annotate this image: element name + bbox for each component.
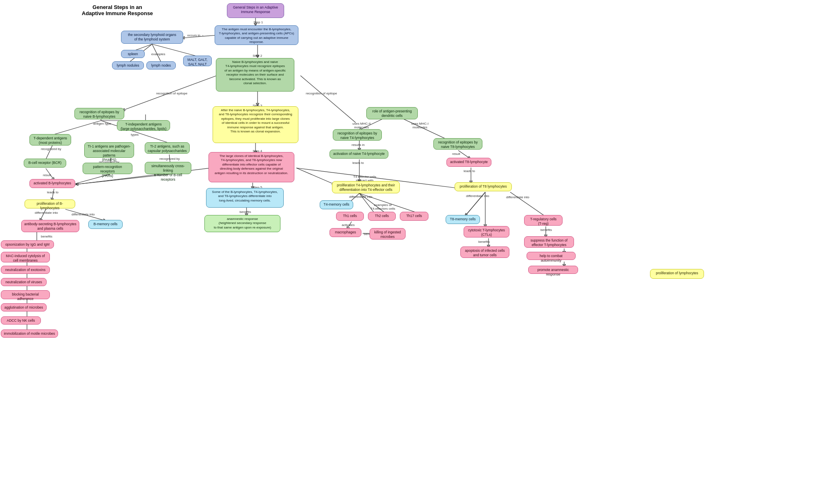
- apoptosis-text: apoptosis of infected cellsand tumor cel…: [465, 249, 504, 257]
- immobilization-text: immobilization of motile microbes: [4, 332, 55, 336]
- prolif-lymphocytes-text: proliferation of lymphocytes: [656, 271, 698, 275]
- prr-node: pattern-recognition receptors(PRRs): [83, 163, 132, 174]
- prolif-t4-text: proliferation T4-lymphocytes and theirdi…: [337, 183, 395, 192]
- adcc-text: ADCC by NK cells: [7, 318, 35, 323]
- diff-into-b-label: differentiate into: [35, 211, 58, 215]
- recog-by-cross-label: recognized by: [159, 157, 180, 161]
- antibody-secreting-node: antibody-secreting B-lymphocytesand plas…: [21, 220, 79, 232]
- lymph-nodules-node: lymph nodules: [112, 61, 144, 69]
- page-title: General Steps in anAdaptive Immune Respo…: [82, 4, 153, 16]
- diff-into-t8-label: differentiate into: [466, 194, 489, 198]
- clonal-expansion-text: After the naive B-lymphocytes, T4-lympho…: [219, 108, 292, 133]
- secondary-lymphoid-text: the secondary lymphoid organsof the lymp…: [128, 33, 176, 41]
- opsonization-text: opsonization by IgG and IgM: [5, 242, 49, 246]
- th1-text: Th1 cells: [343, 214, 357, 218]
- prolif-t8-node: proliferation of T8 lymphocytes: [455, 182, 512, 191]
- activated-t8-node: activated T8-lymphocyte: [446, 158, 491, 167]
- ti2-node: TI-2 antigens, such ascapsular polysacch…: [145, 142, 190, 154]
- mac-lysis-node: MAC-induced cytolysis ofcell membranes: [1, 252, 50, 262]
- bcr-text: B-cell receptor (BCR): [29, 161, 62, 165]
- malt-text: MALT, GALT,SALT, NALT: [188, 58, 208, 66]
- macrophages-text: macrophages: [335, 230, 356, 234]
- result-t8-label: result: [452, 152, 460, 156]
- killing-microbes-text: killing of ingestedmicrobes: [374, 230, 401, 239]
- killing-microbes-node: killing of ingestedmicrobes: [370, 228, 406, 240]
- effector-diff-text: The large clones of identical B-lymphocy…: [215, 154, 288, 175]
- t4-memory-text: T4-memory cells: [324, 202, 350, 206]
- macrophages-node: macrophages: [330, 228, 361, 237]
- role-apdc-node: role of antigen-presentingdendritic cell…: [366, 107, 418, 119]
- th1-node: Th1 cells: [336, 212, 364, 221]
- prolif-t8-text: proliferation of T8 lymphocytes: [460, 184, 507, 188]
- benefits-ab-label: benefits: [41, 235, 52, 238]
- t-dependent-node: T-dependent antigens(most proteins): [29, 134, 71, 146]
- leads-to-t4-label: leads to: [352, 161, 364, 165]
- diff-into-b2-label: differentiate into: [72, 213, 95, 216]
- cross-linking-text: simultaneously cross-linkinga number of …: [151, 164, 185, 181]
- prolif-lymphocytes-node: proliferation of lymphocytes: [650, 269, 704, 279]
- naive-recognition-text: Naive B-lymphocytes and naiveT4-lymphocy…: [224, 60, 286, 85]
- antigen-type-label: antigen type: [93, 122, 111, 125]
- antigen-encounter-text: The antigen must encounter the B-lymphoc…: [219, 27, 294, 44]
- uses-mhc1-label: uses MHC-Imolecules: [411, 122, 428, 129]
- recog-b-text: recognition of epitopes bynaive B-lympho…: [80, 110, 119, 119]
- th17-node: Th17 cells: [400, 212, 428, 221]
- activation-t4-node: activation of naive T4-lymphocyte: [330, 150, 388, 159]
- anamnestic-text: anamnestic response(heightened secondary…: [214, 217, 271, 229]
- mac-lysis-text: MAC-induced cytolysis ofcell membranes: [6, 254, 45, 262]
- bcr-node: B-cell receptor (BCR): [24, 159, 66, 168]
- t8-memory-node: T8-memory cells: [446, 215, 480, 224]
- activated-b-node: activated B-lymphocytes: [29, 179, 75, 188]
- t-independent-node: T-independent antigens(large polysacchar…: [117, 120, 170, 131]
- prolif-b-node: proliferation of B-lymphocytes: [25, 199, 75, 208]
- types-label: types: [131, 133, 139, 137]
- neutralization-exo-text: neutralization of exotoxins: [5, 268, 45, 272]
- prr-text: pattern-recognition receptors(PRRs): [93, 165, 122, 178]
- diff-into-t4-label: differentiate into: [349, 195, 372, 199]
- recog-epitope-right-label: recognition of epitope: [306, 92, 337, 95]
- opsonization-node: opsonization by IgG and IgM: [1, 240, 54, 249]
- anamnestic-node: anamnestic response(heightened secondary…: [204, 215, 280, 232]
- recog-t4-node: recognition of epitopes bynaive T4-lymph…: [333, 129, 382, 141]
- recog-b-node: recognition of epitopes bynaive B-lympho…: [74, 108, 124, 119]
- memory-diff-text: Some of the B-lymphocytes, T4-lymphocyte…: [212, 190, 278, 202]
- memory-diff-node: Some of the B-lymphocytes, T4-lymphocyte…: [206, 188, 284, 208]
- benefits-ctl-label: benefits: [478, 240, 490, 244]
- effector-diff-node: The large clones of identical B-lymphocy…: [208, 152, 294, 182]
- main-title-node: General Steps in an Adaptive Immune Resp…: [227, 3, 284, 18]
- suppress-t-node: suppress the function ofeffector T-lymph…: [524, 236, 574, 248]
- recog-t8-node: recognition of epitopes bynaive T8-lymph…: [433, 138, 482, 150]
- leads-to-b-label: leads to: [47, 190, 58, 194]
- blocking-bacterial-node: blocking bacterial adherence: [1, 290, 50, 299]
- svg-line-10: [300, 76, 356, 123]
- apoptosis-node: apoptosis of infected cellsand tumor cel…: [460, 246, 509, 258]
- benefits-treg-label: benefits: [540, 228, 552, 232]
- blocking-bacterial-text: blocking bacterial adherence: [12, 292, 39, 301]
- promote-anamnestic-text: promote anamnestic response: [537, 268, 569, 276]
- t-independent-text: T-independent antigens(large polysacchar…: [121, 122, 166, 131]
- step1-label: Step 1: [253, 20, 263, 24]
- ti1-node: TI-1 antigens are pathogen-associated mo…: [84, 142, 134, 158]
- spleen-text: spleen: [128, 52, 138, 56]
- neutralization-virus-text: neutralization of viruses: [5, 280, 42, 284]
- ti2-text: TI-2 antigens, such ascapsular polysacch…: [148, 144, 186, 153]
- examples-t4-eff-label: examples ofT4-effectors cells: [370, 203, 395, 211]
- t-regulatory-text: T-regulatory cells(T-reg): [530, 217, 557, 226]
- result-b-label: result: [43, 173, 51, 177]
- prolif-b-text: proliferation of B-lymphocytes: [37, 202, 63, 210]
- activated-b-text: activated B-lymphocytes: [34, 181, 71, 185]
- t-dependent-text: T-dependent antigens(most proteins): [34, 136, 67, 145]
- recog-epitope-left-label: recognition of epitope: [156, 92, 188, 95]
- benefits-memory-label: benefits: [240, 210, 251, 214]
- b-memory-text: B-memory cells: [94, 222, 118, 226]
- th2-node: Th2 cells: [368, 212, 396, 221]
- lymph-nodules-text: lymph nodules: [117, 63, 139, 67]
- agglutination-text: agglutination of microbes: [4, 305, 43, 309]
- examples-label: examples: [151, 52, 165, 56]
- cross-linking-node: simultaneously cross-linkinga number of …: [145, 162, 191, 174]
- svg-line-59: [296, 168, 334, 184]
- antibody-secreting-text: antibody-secreting B-lymphocytesand plas…: [24, 222, 76, 231]
- naive-recognition-node: Naive B-lymphocytes and naiveT4-lymphocy…: [216, 58, 294, 92]
- results-in-label: results in: [352, 143, 365, 147]
- spleen-node: spleen: [121, 50, 145, 58]
